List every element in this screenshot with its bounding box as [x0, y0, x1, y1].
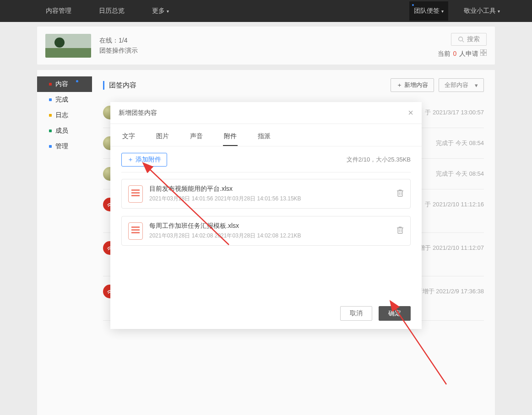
file-meta: 2021年03月28日 14:02:08 2021年03月28日 14:02:0… [149, 232, 390, 240]
add-content-modal: 新增团签内容 × 文字图片声音附件指派 ＋添加附件 文件2/10，大小25.35… [110, 102, 422, 329]
modal-tab-3[interactable]: 附件 [223, 129, 238, 146]
add-attachment-button[interactable]: ＋添加附件 [121, 153, 167, 167]
delete-icon[interactable] [396, 189, 404, 199]
file-icon [128, 185, 143, 203]
svg-rect-6 [398, 191, 402, 196]
modal-tab-2[interactable]: 声音 [189, 129, 204, 146]
modal-tab-4[interactable]: 指派 [257, 129, 271, 146]
file-icon [128, 222, 143, 240]
modal-overlay: 新增团签内容 × 文字图片声音附件指派 ＋添加附件 文件2/10，大小25.35… [0, 0, 532, 415]
file-count-meta: 文件2/10，大小25.35KB [347, 156, 411, 164]
plus-icon: ＋ [127, 156, 134, 164]
cancel-button[interactable]: 取消 [340, 306, 372, 321]
close-icon[interactable]: × [408, 108, 413, 118]
file-meta: 2021年03月28日 14:01:56 2021年03月28日 14:01:5… [149, 195, 390, 203]
modal-tab-1[interactable]: 图片 [155, 129, 170, 146]
modal-title: 新增团签内容 [119, 109, 408, 117]
file-name: 目前发布视频能用的平台.xlsx [149, 185, 390, 193]
attachment-list: 目前发布视频能用的平台.xlsx 2021年03月28日 14:01:56 20… [121, 179, 411, 246]
confirm-button[interactable]: 确定 [379, 306, 411, 321]
file-name: 每周工作加班任务汇报模板.xlsx [149, 222, 390, 230]
modal-tabs: 文字图片声音附件指派 [110, 124, 422, 146]
attachment-row: 每周工作加班任务汇报模板.xlsx 2021年03月28日 14:02:08 2… [121, 216, 411, 246]
svg-rect-11 [398, 228, 402, 233]
modal-tab-0[interactable]: 文字 [121, 129, 136, 146]
attachment-row: 目前发布视频能用的平台.xlsx 2021年03月28日 14:01:56 20… [121, 179, 411, 209]
delete-icon[interactable] [396, 226, 404, 236]
